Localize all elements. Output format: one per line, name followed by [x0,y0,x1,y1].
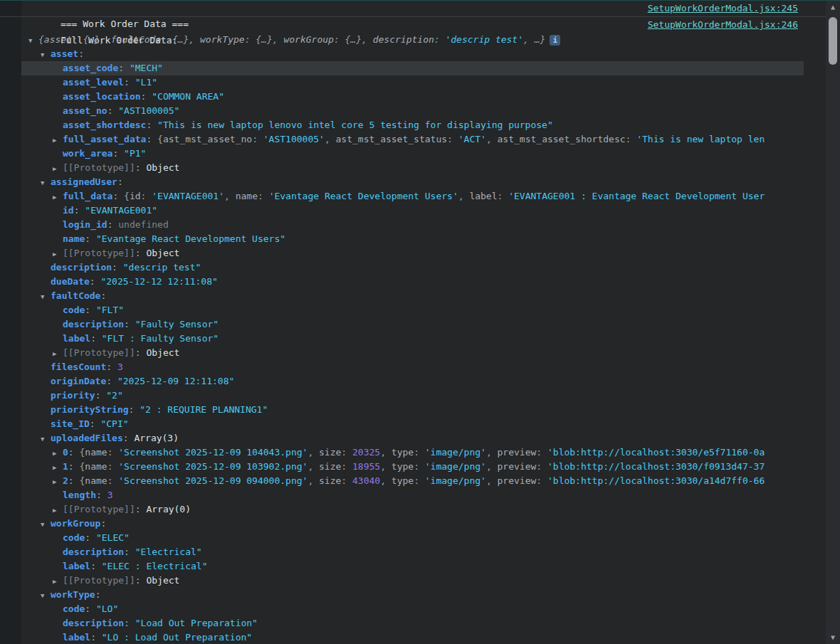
tree-row-workGroup[interactable]: ▼workGroup: [21,517,804,531]
tree-row-uploadedFiles-prototype[interactable]: ▶[[Prototype]]: Array(0) [21,502,804,517]
preview-punctuation: : [141,191,152,201]
tree-row-asset-prototype[interactable]: ▶[[Prototype]]: Object [21,161,804,175]
tree-row-asset_no: asset_no: "AST100005" [21,104,804,118]
punctuation: : [95,390,107,401]
scrollbar[interactable]: ▲ ▼ [826,1,840,644]
object-key: asset [51,48,78,59]
punctuation: : [135,575,147,586]
disclosure-triangle-expanded[interactable]: ▼ [41,588,51,602]
disclosure-triangle-collapsed[interactable]: ▶ [53,190,63,204]
preview-punctuation: : [626,134,637,144]
disclosure-triangle-collapsed[interactable]: ▶ [53,503,63,517]
punctuation: : [135,162,147,173]
disclosure-triangle-expanded[interactable]: ▼ [41,176,51,189]
tree-row-faultCode[interactable]: ▼faultCode: [21,289,804,303]
preview-punctuation: , [380,461,392,472]
disclosure-triangle-expanded[interactable]: ▼ [41,290,51,303]
scrollbar-thumb[interactable] [829,17,837,65]
punctuation: : [90,561,102,571]
info-icon[interactable]: i [550,35,560,46]
scroll-up-icon[interactable]: ▲ [826,3,840,11]
tree-row-assignedUser[interactable]: ▼assignedUser: [21,175,804,189]
value-number: 18955 [352,461,380,472]
preview-punctuation: : [161,34,172,45]
disclosure-triangle-expanded[interactable]: ▼ [41,48,51,61]
disclosure-triangle-collapsed[interactable]: ▶ [53,347,63,360]
disclosure-triangle-collapsed[interactable]: ▶ [53,446,63,460]
preview-punctuation: , [380,475,392,486]
value-string: "EVANTAGE001" [85,205,157,216]
tree-row-object-preview[interactable]: ▼{asset: {…}, faultCode: {…}, workType: … [21,33,804,47]
tree-row-faultCode-code: code: "FLT" [21,303,804,317]
source-link[interactable]: SetupWorkOrderModal.jsx:245 [648,1,798,16]
preview-punctuation: : [414,475,425,486]
value-string: 'descrip test' [445,34,523,45]
tree-row-full_data[interactable]: ▶full_data: {id: 'EVANTAGE001', name: 'E… [21,189,804,204]
preview-key: asset [44,34,72,45]
tree-row-faultCode-prototype[interactable]: ▶[[Prototype]]: Object [21,346,804,360]
value-string: "FLT" [96,305,124,315]
tree-row-faultCode-description: description: "Faulty Sensor" [21,317,804,332]
source-link[interactable]: SetupWorkOrderModal.jsx:246 [648,17,798,33]
tree-row-dueDate: dueDate: "2025-12-12 12:11:08" [21,275,804,289]
preview-punctuation: : [536,447,547,458]
tree-row-uploadedFiles-0[interactable]: ▶0: {name: 'Screenshot 2025-12-09 104043… [21,445,804,460]
preview-punctuation: {…} [172,34,189,45]
disclosure-triangle-expanded[interactable]: ▼ [41,432,51,445]
punctuation: : [124,618,135,628]
object-key: priorityString [51,404,129,415]
tree-row-workGroup-description: description: "Electrical" [21,545,804,559]
tree-row-workType[interactable]: ▼workType: [21,588,804,602]
disclosure-triangle-collapsed[interactable]: ▶ [53,162,63,175]
object-key: label [63,333,90,344]
value-number: 20325 [352,447,380,458]
disclosure-triangle-collapsed[interactable]: ▶ [53,460,63,474]
disclosure-triangle-collapsed[interactable]: ▶ [53,475,63,488]
preview-key: preview [498,461,537,472]
punctuation: : [135,504,147,514]
tree-row-full_asset_data[interactable]: ▶full_asset_data: {ast_mst_asset_no: 'AS… [21,132,804,147]
prototype-key: [[Prototype]] [63,162,135,173]
tree-row-uploadedFiles[interactable]: ▼uploadedFiles: Array(3) [21,431,804,445]
prototype-key: [[Prototype]] [63,347,135,358]
disclosure-triangle-collapsed[interactable]: ▶ [53,574,63,588]
value-string: "2025-12-09 12:11:08" [117,376,234,386]
punctuation: : [85,233,96,244]
tree-row-priorityString: priorityString: "2 : REQUIRE PLANNING1" [21,403,804,417]
prototype-key: [[Prototype]] [63,248,135,258]
value-object: Object [146,347,179,358]
scroll-down-icon[interactable]: ▼ [826,633,840,642]
preview-key: preview [498,447,537,458]
punctuation: : [112,262,123,273]
object-key: priority [51,390,95,401]
preview-key: faultCode [111,34,161,45]
value-string: 'Screenshot 2025-12-09 094000.png' [118,475,308,486]
tree-row-uploadedFiles-1[interactable]: ▶1: {name: 'Screenshot 2025-12-09 103902… [21,460,804,474]
preview-key: workGroup [283,34,333,45]
preview-punctuation: , [380,447,392,458]
tree-row-asset[interactable]: ▼asset: [21,47,804,61]
value-string: 'This is new laptop len [636,134,765,144]
preview-punctuation: : [536,461,547,472]
object-key: asset_no [63,105,107,116]
disclosure-triangle-collapsed[interactable]: ▶ [53,247,63,260]
tree-row-workType-code: code: "LO" [21,602,804,616]
value-string: "FLT : Faulty Sensor" [102,333,219,344]
tree-row-uploadedFiles-2[interactable]: ▶2: {name: 'Screenshot 2025-12-09 094000… [21,474,804,488]
tree-row-workGroup-prototype[interactable]: ▶[[Prototype]]: Object [21,574,804,588]
preview-punctuation: , [308,447,319,458]
preview-punctuation: : [414,447,425,458]
object-key: dueDate [51,276,90,287]
value-string: 'Screenshot 2025-12-09 104043.png' [118,447,308,458]
value-string: "descrip test" [123,262,201,273]
value-string: "Faulty Sensor" [135,319,219,329]
value-object: Object [146,575,179,586]
preview-punctuation: : [252,134,263,144]
object-key: label [63,632,90,643]
tree-row-assignedUser-prototype[interactable]: ▶[[Prototype]]: Object [21,246,804,260]
disclosure-triangle-expanded[interactable]: ▼ [28,33,38,47]
preview-punctuation: { [38,34,44,45]
disclosure-triangle-collapsed[interactable]: ▶ [53,133,63,147]
disclosure-triangle-expanded[interactable]: ▼ [41,517,51,531]
value-string: 'Screenshot 2025-12-09 103902.png' [118,461,308,472]
